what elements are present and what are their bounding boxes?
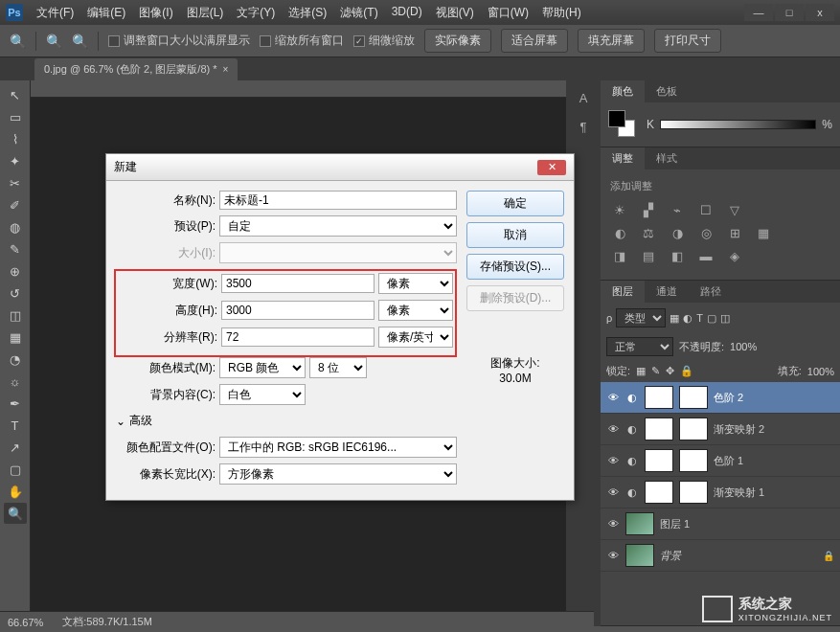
history-brush-tool[interactable]: ↺ bbox=[4, 282, 27, 304]
fill-screen-button[interactable]: 填充屏幕 bbox=[578, 29, 645, 53]
eraser-tool[interactable]: ◫ bbox=[4, 305, 27, 326]
hand-tool[interactable]: ✋ bbox=[4, 481, 27, 502]
paragraph-panel-icon[interactable]: ¶ bbox=[574, 117, 593, 136]
blur-tool[interactable]: ◔ bbox=[4, 349, 27, 370]
swatches-tab[interactable]: 色板 bbox=[645, 80, 689, 102]
menu-window[interactable]: 窗口(W) bbox=[482, 2, 534, 24]
advanced-toggle[interactable]: ⌄ 高级 bbox=[116, 413, 457, 429]
zoom-tool[interactable]: 🔍 bbox=[4, 503, 27, 524]
menu-select[interactable]: 选择(S) bbox=[283, 2, 332, 24]
layer-mask-thumbnail[interactable] bbox=[679, 418, 708, 440]
filter-smart-icon[interactable]: ◫ bbox=[720, 312, 730, 325]
type-tool[interactable]: T bbox=[4, 415, 27, 436]
channels-tab[interactable]: 通道 bbox=[645, 281, 689, 303]
lasso-tool[interactable]: ⌇ bbox=[4, 128, 27, 149]
filter-pixel-icon[interactable]: ▦ bbox=[670, 312, 679, 325]
zoom-out-icon[interactable]: 🔍 bbox=[72, 34, 88, 49]
color-mode-select[interactable]: RGB 颜色 bbox=[219, 357, 306, 378]
hue-icon[interactable]: ◐ bbox=[610, 224, 629, 241]
brightness-icon[interactable]: ☀ bbox=[610, 201, 629, 218]
crop-tool[interactable]: ✂ bbox=[4, 172, 27, 193]
layer-item[interactable]: 👁 ◐ 色阶 2 bbox=[601, 382, 840, 414]
zoom-in-icon[interactable]: 🔍 bbox=[46, 34, 62, 49]
name-input[interactable] bbox=[219, 191, 457, 210]
invert-icon[interactable]: ◨ bbox=[610, 247, 629, 264]
opacity-value[interactable]: 100% bbox=[730, 341, 757, 352]
layer-item[interactable]: 👁 ◐ 渐变映射 1 bbox=[601, 477, 840, 508]
zoom-all-checkbox[interactable]: 缩放所有窗口 bbox=[260, 33, 344, 49]
layer-item[interactable]: 👁 图层 1 bbox=[601, 508, 840, 540]
filter-adjust-icon[interactable]: ◐ bbox=[683, 312, 692, 325]
visibility-icon[interactable]: 👁 bbox=[606, 454, 620, 467]
lock-pixel-icon[interactable]: ✎ bbox=[651, 365, 660, 377]
kind-filter[interactable]: 类型 bbox=[616, 308, 666, 327]
maximize-button[interactable]: □ bbox=[775, 4, 804, 21]
minimize-button[interactable]: — bbox=[744, 4, 773, 21]
blend-mode-select[interactable]: 正常 bbox=[606, 337, 673, 356]
menu-edit[interactable]: 编辑(E) bbox=[81, 2, 131, 24]
zoom-level[interactable]: 66.67% bbox=[8, 617, 43, 628]
gradient-map-icon[interactable]: ▬ bbox=[696, 247, 715, 264]
dodge-tool[interactable]: ☼ bbox=[4, 371, 27, 392]
filter-type-icon[interactable]: T bbox=[696, 312, 703, 324]
exposure-icon[interactable]: ☐ bbox=[696, 201, 715, 218]
path-tool[interactable]: ↗ bbox=[4, 437, 27, 458]
marquee-tool[interactable]: ▭ bbox=[4, 106, 27, 127]
layer-thumbnail[interactable] bbox=[625, 544, 654, 567]
scrubby-zoom-checkbox[interactable]: 细微缩放 bbox=[353, 33, 415, 49]
menu-3d[interactable]: 3D(D) bbox=[386, 2, 428, 24]
threshold-icon[interactable]: ◧ bbox=[668, 247, 687, 264]
width-unit-select[interactable]: 像素 bbox=[378, 273, 453, 294]
lock-trans-icon[interactable]: ▦ bbox=[636, 365, 646, 377]
menu-layer[interactable]: 图层(L) bbox=[181, 2, 230, 24]
visibility-icon[interactable]: 👁 bbox=[606, 549, 620, 562]
layers-tab[interactable]: 图层 bbox=[601, 281, 645, 303]
menu-image[interactable]: 图像(I) bbox=[133, 2, 178, 24]
curves-icon[interactable]: ⌁ bbox=[668, 201, 687, 218]
mixer-icon[interactable]: ⊞ bbox=[725, 224, 744, 241]
pixel-aspect-select[interactable]: 方形像素 bbox=[219, 463, 457, 485]
menu-help[interactable]: 帮助(H) bbox=[536, 2, 587, 24]
layer-mask-thumbnail[interactable] bbox=[679, 481, 708, 504]
k-slider[interactable] bbox=[660, 120, 816, 129]
layer-mask-thumbnail[interactable] bbox=[679, 386, 708, 409]
ok-button[interactable]: 确定 bbox=[466, 191, 564, 216]
foreground-color[interactable] bbox=[608, 110, 625, 127]
lock-pos-icon[interactable]: ✥ bbox=[666, 365, 674, 377]
color-tab[interactable]: 颜色 bbox=[601, 80, 645, 102]
color-swatches[interactable] bbox=[608, 110, 637, 139]
stamp-tool[interactable]: ⊕ bbox=[4, 260, 27, 282]
layer-mask-thumbnail[interactable] bbox=[679, 449, 708, 472]
color-profile-select[interactable]: 工作中的 RGB: sRGB IEC6196... bbox=[219, 437, 457, 458]
visibility-icon[interactable]: 👁 bbox=[606, 422, 620, 436]
height-input[interactable] bbox=[221, 301, 375, 320]
levels-icon[interactable]: ▞ bbox=[639, 201, 658, 218]
visibility-icon[interactable]: 👁 bbox=[606, 517, 620, 530]
fit-screen-button[interactable]: 适合屏幕 bbox=[501, 29, 568, 53]
document-tab[interactable]: 0.jpg @ 66.7% (色阶 2, 图层蒙版/8) * × bbox=[34, 58, 238, 80]
lock-all-icon[interactable]: 🔒 bbox=[680, 365, 693, 377]
bg-content-select[interactable]: 白色 bbox=[219, 384, 306, 405]
close-button[interactable]: x bbox=[806, 4, 834, 21]
preset-select[interactable]: 自定 bbox=[219, 215, 457, 237]
actual-pixels-button[interactable]: 实际像素 bbox=[424, 29, 491, 53]
resolution-unit-select[interactable]: 像素/英寸 bbox=[378, 327, 453, 348]
layer-item[interactable]: 👁 背景 🔒 bbox=[601, 540, 840, 572]
move-tool[interactable]: ↖ bbox=[4, 84, 27, 105]
dialog-title-bar[interactable]: 新建 ✕ bbox=[106, 154, 574, 181]
layer-item[interactable]: 👁 ◐ 色阶 1 bbox=[601, 445, 840, 477]
dialog-close-button[interactable]: ✕ bbox=[537, 160, 566, 175]
layer-thumbnail[interactable] bbox=[645, 386, 673, 409]
height-unit-select[interactable]: 像素 bbox=[378, 300, 453, 321]
layer-thumbnail[interactable] bbox=[645, 449, 673, 472]
layer-thumbnail[interactable] bbox=[625, 512, 654, 535]
posterize-icon[interactable]: ▤ bbox=[639, 247, 658, 264]
selective-icon[interactable]: ◈ bbox=[725, 247, 744, 264]
photo-filter-icon[interactable]: ◎ bbox=[696, 224, 715, 241]
print-size-button[interactable]: 打印尺寸 bbox=[654, 29, 721, 53]
fill-value[interactable]: 100% bbox=[807, 366, 834, 377]
layer-thumbnail[interactable] bbox=[645, 481, 673, 504]
styles-tab[interactable]: 样式 bbox=[645, 147, 689, 169]
menu-file[interactable]: 文件(F) bbox=[31, 2, 79, 24]
heal-tool[interactable]: ◍ bbox=[4, 216, 27, 237]
